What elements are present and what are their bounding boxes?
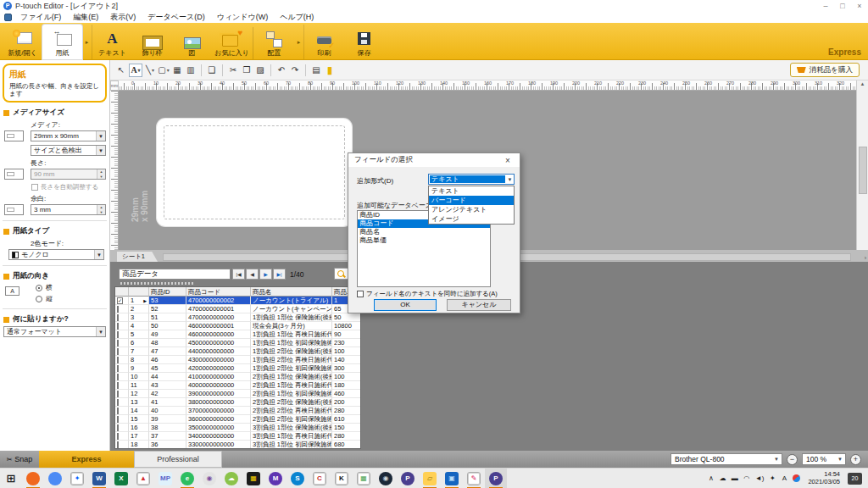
row-checkbox-cell[interactable] (115, 347, 129, 356)
dropbox-tray-icon[interactable]: ✦ (769, 474, 776, 482)
chevron-up-icon[interactable]: ∧ (708, 474, 715, 482)
paste-icon[interactable]: ▨ (254, 64, 266, 77)
paint-app-icon[interactable]: ✎ (463, 469, 485, 488)
format-option[interactable]: イメージ (429, 214, 514, 224)
ptouch-app-icon[interactable]: P (397, 469, 419, 488)
row-checkbox-cell[interactable] (115, 339, 129, 347)
minimize-button[interactable]: – (817, 2, 834, 10)
menu-item[interactable]: ヘルプ(H) (274, 12, 320, 23)
toolbar-button-image[interactable]: 図 (172, 25, 212, 59)
msa-icon[interactable]: M (264, 469, 287, 488)
zoom-level-select[interactable]: 100 %▼ (802, 453, 846, 465)
input-indicator-icon[interactable]: A (781, 474, 787, 482)
buy-supplies-button[interactable]: 消耗品を購入 (790, 63, 860, 77)
print-preview-icon[interactable]: ❑ (206, 64, 218, 77)
table-row[interactable]: 124239000000000002割負担 1部位 初回保険施術代460 (115, 390, 360, 398)
row-checkbox-cell[interactable] (115, 364, 129, 373)
table-tool-icon[interactable]: ▦ (171, 64, 183, 77)
menu-item[interactable]: データベース(D) (142, 12, 210, 23)
column-header[interactable] (129, 287, 149, 297)
toolbar-button-new-open[interactable]: 新規/開く (3, 25, 42, 59)
first-record-button[interactable]: |◀ (232, 269, 245, 280)
zoom-in-button[interactable]: + (850, 454, 861, 465)
evernote-icon[interactable]: e (176, 469, 198, 488)
length-spinner[interactable]: 90 mm▲▼ (31, 169, 106, 180)
ok-button[interactable]: OK (374, 299, 437, 311)
field-list-item[interactable]: 商品単価 (358, 236, 490, 245)
redo-icon[interactable]: ↷ (289, 64, 301, 77)
line-tool-icon[interactable]: ╲ (144, 64, 156, 77)
dialog-close-icon[interactable]: × (502, 156, 514, 165)
table-row[interactable]: 84643000000000001割負担 2部位 再検日施術代140 (115, 356, 360, 364)
copy-icon[interactable]: ❐ (241, 64, 253, 77)
row-checkbox-cell[interactable] (115, 390, 129, 398)
column-header[interactable]: 商品ID (149, 287, 186, 297)
dropbox-icon[interactable]: ✦ (66, 469, 88, 488)
dialog-title-bar[interactable]: フィールドの選択 × (348, 153, 520, 167)
mode-tab-express[interactable]: Express (39, 451, 134, 468)
table-row[interactable]: ✓1▶534700000000002ノーカウント(トライアル)1 (115, 297, 360, 305)
row-checkbox-cell[interactable] (115, 424, 129, 432)
orientation-horizontal-radio[interactable]: A 横 (36, 283, 109, 292)
scrollbar-thumb[interactable] (859, 147, 867, 194)
mp-app-icon[interactable]: MP (154, 469, 176, 488)
prev-record-button[interactable]: ◀ (246, 269, 259, 280)
database-cylinder-icon[interactable]: ▮ (324, 64, 336, 77)
table-row[interactable]: 4504600000000001現金会員(3ヶ月分)10800 (115, 322, 360, 330)
row-checkbox-cell[interactable] (115, 407, 129, 415)
skype-icon[interactable]: S (287, 469, 309, 488)
field-tool-icon[interactable]: ▥ (185, 64, 197, 77)
volume-icon[interactable]: ◄) (755, 474, 765, 482)
format-option[interactable]: アレンジテキスト (429, 205, 514, 214)
word-icon[interactable]: W (88, 469, 110, 488)
margin-spinner[interactable]: 3 mm▲▼ (31, 204, 106, 215)
label-object[interactable] (157, 119, 352, 226)
zoom-out-button[interactable]: − (787, 454, 798, 465)
format-option[interactable]: バーコード (429, 196, 514, 205)
auto-length-checkbox[interactable]: 長さを自動調整する (31, 183, 106, 191)
table-row[interactable]: 183633000000000003割負担 1部位 初回保険施術代680 (115, 441, 360, 449)
toolbar-button-text[interactable]: テキスト (92, 25, 132, 59)
table-row[interactable]: 163835000000000003割負担 1部位 保険施術(後療のみ)150 (115, 424, 360, 432)
table-row[interactable]: 64845000000000001割負担 1部位 初回保険施術代230 (115, 339, 360, 347)
table-row[interactable]: 153936000000000002割負担 2部位 初回保険施術代610 (115, 415, 360, 424)
table-row[interactable]: 144037000000000002割負担 2部位 再検日施術代280 (115, 407, 360, 415)
toolbar-button-paper[interactable]: 用紙 (42, 25, 82, 59)
row-checkbox-cell[interactable] (115, 415, 129, 424)
steam-icon[interactable]: ◉ (375, 469, 397, 488)
sheet-tab[interactable]: シート1 (117, 252, 158, 262)
shape-tool-icon[interactable]: ▢ (158, 64, 170, 77)
table-row[interactable]: 2524700000000001ノーカウント(キャンペーン)65 (115, 305, 360, 313)
toolbar-group-expand-icon[interactable]: ▸ (82, 25, 92, 59)
toolbar-button-favorites[interactable]: お気に入り (212, 25, 252, 59)
document-icon[interactable] (4, 14, 12, 21)
wifi-icon[interactable]: ◠ (743, 474, 750, 482)
toolbar-button-arrange[interactable]: 配置 (254, 25, 294, 59)
color-mode-select[interactable]: モノクロ▼ (8, 249, 104, 260)
last-record-button[interactable]: ▶| (273, 269, 286, 280)
table-row[interactable]: 134138000000000002割負担 2部位 保険施術(後療のみ)200 (115, 398, 360, 407)
format-dropdown-list[interactable]: テキストバーコードアレンジテキストイメージ (428, 186, 515, 225)
row-checkbox-cell[interactable] (115, 373, 129, 381)
row-checkbox-cell[interactable] (115, 305, 129, 313)
next-record-button[interactable]: ▶ (259, 269, 272, 280)
printer-select[interactable]: Brother QL-800▼ (670, 453, 782, 465)
ptouch-editor-icon[interactable]: P (485, 469, 507, 488)
photos-app-icon[interactable]: ▣ (441, 469, 463, 488)
field-list-item[interactable]: 商品名 (358, 228, 490, 236)
spinner-arrows-icon[interactable]: ▲▼ (97, 169, 105, 179)
undo-icon[interactable]: ↶ (275, 64, 287, 77)
battery-icon[interactable]: ▬ (732, 474, 738, 482)
k-app-icon[interactable]: K (331, 469, 353, 488)
table-row[interactable]: 94542000000000001割負担 2部位 初回保険施術代300 (115, 364, 360, 373)
row-checkbox-cell[interactable] (115, 330, 129, 339)
firefox-icon[interactable] (22, 469, 44, 488)
table-row[interactable]: 104441000000000002割負担 1部位 保険施術(後療のみ)100 (115, 373, 360, 381)
row-checkbox-cell[interactable]: ✓ (115, 297, 129, 305)
menu-item[interactable]: 表示(V) (104, 12, 142, 23)
toolbar-button-frame[interactable]: 飾り枠 (132, 25, 172, 59)
row-checkbox-cell[interactable] (115, 441, 129, 449)
mode-tab-snap[interactable]: ✂Snap (0, 451, 39, 468)
camera-icon[interactable]: ◉ (198, 469, 220, 488)
toolbar-button-print[interactable]: 印刷 (304, 25, 344, 59)
